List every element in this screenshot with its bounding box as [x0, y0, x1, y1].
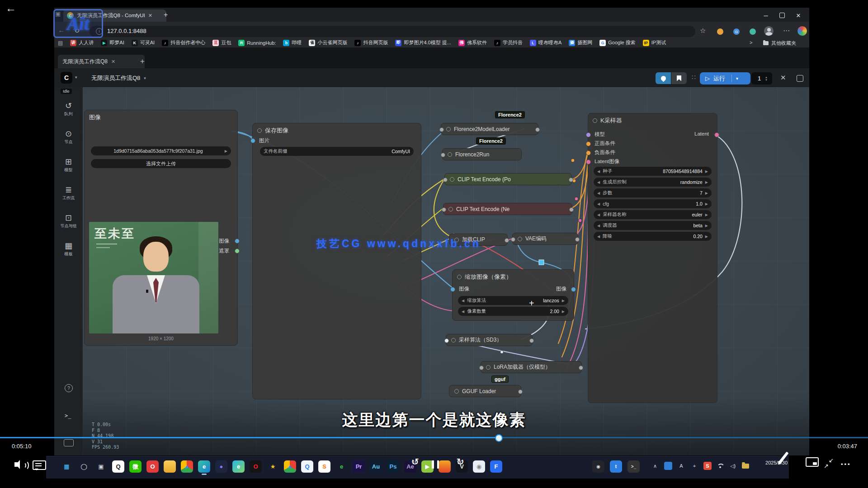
danmaku-icon[interactable] — [33, 460, 46, 470]
bookmark-doubao[interactable]: 豆 豆包 — [212, 39, 231, 46]
input-dot-positive[interactable] — [586, 141, 591, 146]
start-icon[interactable]: ▦ — [61, 460, 73, 473]
wechat-icon[interactable]: 微 — [129, 460, 142, 473]
run-options-chevron-icon[interactable]: ▾ — [736, 76, 738, 81]
profile-avatar[interactable] — [764, 26, 774, 36]
star-app-icon[interactable]: ★ — [267, 460, 279, 473]
filename-widget[interactable]: 1d9d0715a86aba053da577fc9f207a31.jpg ▶ — [91, 146, 231, 155]
node-save-image[interactable]: 保存图像 图片 文件名前缀 ComfyUI — [252, 123, 421, 399]
ksampler-widget[interactable]: ◀ 种子 870594548914884 ▶ — [594, 167, 712, 176]
new-workflow-icon[interactable]: + — [140, 57, 145, 66]
collapse-icon[interactable] — [257, 128, 262, 133]
next-file-icon[interactable]: ▶ — [225, 149, 227, 153]
tray-blue-app-icon[interactable] — [664, 462, 672, 470]
node-florence2-run[interactable]: Florence2Run — [442, 148, 522, 160]
ksampler-widget[interactable]: ◀ 调度器 beta ▶ — [594, 221, 712, 230]
wifi-icon[interactable] — [717, 463, 724, 469]
help-icon[interactable]: ? — [65, 384, 73, 392]
bookmark-douyin-web[interactable]: ♪ 抖音网页版 — [354, 39, 388, 46]
exit-fullscreen-icon[interactable]: ↙ ↗ — [824, 458, 834, 468]
bookmark-liblib[interactable]: L 哩布哩布A — [530, 39, 561, 46]
node-gguf-loader[interactable]: GGUF Loader — [449, 385, 521, 397]
chrome-icon[interactable]: ● — [181, 460, 193, 473]
sogou-icon[interactable]: S — [318, 460, 330, 473]
bookmark-douyin-creator[interactable]: ♪ 抖音创作者中心 — [162, 39, 205, 46]
scale-widget[interactable]: ◀ 像素数量 2.00 ▶ — [458, 307, 568, 316]
sidebar-templates[interactable]: ▦ 模板 — [54, 241, 83, 257]
input-dot[interactable] — [444, 338, 449, 343]
tray-move-icon[interactable]: + — [690, 462, 698, 470]
input-dot-latent[interactable] — [586, 160, 591, 164]
collapse-icon[interactable] — [446, 127, 451, 131]
clover-app-icon[interactable]: ◉ — [473, 460, 485, 473]
collapse-icon[interactable] — [593, 118, 597, 123]
upload-button[interactable]: 选择文件上传 — [91, 159, 231, 168]
collapse-icon[interactable] — [451, 338, 456, 343]
image-preview[interactable]: 至未至 — [89, 222, 218, 333]
node-clip-text-encode-positive[interactable]: CLIP Text Encode (Po — [444, 173, 572, 185]
node-load-image[interactable]: 图像 图像 遮罩 1d9d0715a86aba053da577fc9f207a3… — [84, 110, 238, 346]
other-bookmarks-folder[interactable]: 其他收藏夹 — [763, 40, 796, 47]
sidebar-queue[interactable]: ↺ 队列 — [54, 101, 83, 117]
drag-handle-icon[interactable]: ∷ — [692, 74, 696, 81]
theme-button[interactable] — [656, 72, 671, 84]
input-dot[interactable] — [441, 153, 445, 157]
bookmark-renrenjiang[interactable]: 讲 人人讲 — [70, 39, 94, 46]
input-dot-image[interactable] — [250, 138, 255, 143]
huluwa-icon[interactable] — [439, 460, 451, 473]
collapse-icon[interactable] — [448, 207, 453, 211]
window-close-icon[interactable]: ✕ — [790, 9, 807, 21]
bookmark-jimeng-image[interactable]: 即 即梦图片4.0模型 提... — [395, 39, 451, 46]
filename-prefix-widget[interactable]: 文件名前缀 ComfyUI — [260, 147, 414, 156]
bookmark-xiaoyunque[interactable]: 雀 小云雀网页版 — [309, 39, 347, 46]
bookmark-jimeng-ai[interactable]: ▶ 即梦AI — [101, 39, 124, 46]
tray-volume-icon[interactable]: ◁) — [729, 462, 737, 470]
bookmark-runninghub[interactable]: R RunningHub: — [238, 40, 276, 46]
output-dot-image[interactable] — [235, 239, 240, 244]
taskview-icon[interactable]: ▣ — [95, 460, 107, 473]
ksampler-widget[interactable]: ◀ cfg 1.0 ▶ — [594, 199, 712, 208]
quark-icon[interactable]: Q — [301, 460, 313, 473]
tray-ime-icon[interactable]: A — [677, 462, 685, 470]
side-panel-icon[interactable]: ▤ — [58, 40, 63, 46]
input-dot-image[interactable] — [450, 287, 455, 292]
bookmarks-overflow-icon[interactable]: > — [750, 40, 752, 45]
edge-icon[interactable]: e — [198, 460, 210, 473]
progress-bar-played[interactable] — [0, 437, 498, 438]
audition-icon[interactable]: Au — [370, 460, 382, 473]
input-dot[interactable] — [479, 366, 484, 370]
swirl-browser-icon[interactable]: e — [232, 460, 245, 473]
premiere-icon[interactable]: Pr — [353, 460, 365, 473]
volume-icon[interactable] — [14, 459, 28, 470]
collapse-icon[interactable] — [486, 365, 491, 370]
ksampler-widget[interactable]: ◀ 采样器名称 euler ▶ — [594, 210, 712, 219]
url-field[interactable] — [90, 26, 695, 37]
node-lora-loader[interactable]: LoRA加载器（仅模型） — [481, 361, 582, 373]
workflow-tab[interactable]: 无限演员工作流Q8 ✕ — [58, 55, 145, 68]
collapse-icon[interactable] — [450, 177, 454, 182]
window-maximize-icon[interactable] — [774, 9, 790, 21]
node-clip-text-encode-negative[interactable]: CLIP Text Encode (Ne — [443, 203, 572, 215]
logo-chevron-icon[interactable]: ▾ — [75, 75, 77, 80]
rewind-10-button[interactable]: ↺ 10 — [407, 457, 423, 475]
colorful-profile-icon[interactable] — [797, 26, 807, 36]
stepper-down-icon[interactable]: ▾ — [765, 79, 767, 81]
url-text[interactable]: 127.0.0.1:8488 — [107, 28, 146, 34]
input-dot[interactable] — [439, 127, 444, 132]
film-reel-icon[interactable]: ◉ — [592, 460, 604, 473]
extension-icon-2[interactable]: G — [733, 28, 740, 35]
comfyui-logo[interactable]: C — [61, 72, 72, 84]
bookmark-xueyuan-douyin[interactable]: ♪ 学员抖音 — [494, 39, 523, 46]
input-dot[interactable] — [442, 207, 446, 212]
forward-30-button[interactable]: ↻ 30 — [452, 457, 468, 475]
collapse-icon[interactable] — [457, 275, 462, 279]
bookmark-google[interactable]: G Google 搜索 — [599, 39, 636, 46]
sidebar-nodes-groups[interactable]: ⊡ 节点与组 — [54, 213, 83, 229]
bookmark-bilibili[interactable]: b 哔哩 — [283, 39, 302, 46]
node-scale-image[interactable]: 缩放图像（像素） 图像 图像 ◀ 缩放算法 lanczos ▶ ◀ 像素数量 2… — [452, 269, 574, 321]
sidebar-workflows[interactable]: ≣ 工作流 — [54, 185, 83, 201]
bookmark-keling-ai[interactable]: K 可灵AI — [132, 39, 155, 46]
browser-menu-icon[interactable]: ⋯ — [783, 27, 790, 35]
ksampler-widget[interactable]: ◀ 降噪 0.20 ▶ — [594, 232, 712, 241]
chrome2-icon[interactable]: ● — [284, 460, 296, 473]
